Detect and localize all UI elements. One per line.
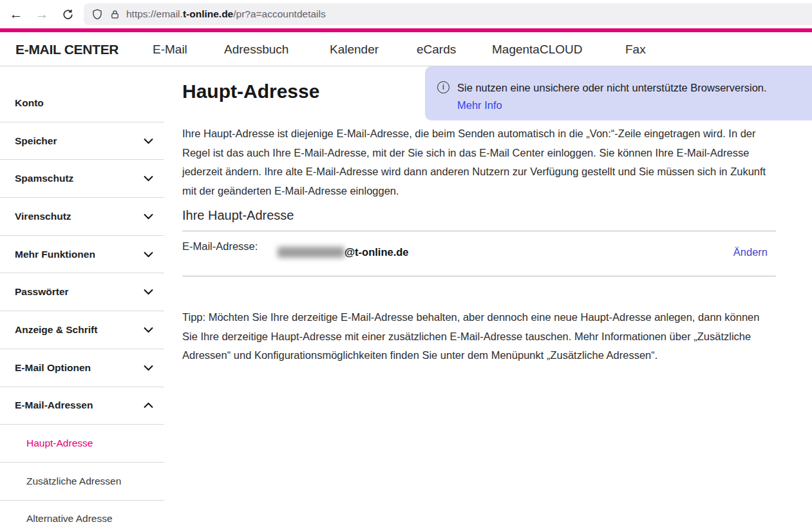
banner-text: Sie nutzen eine unsichere oder nicht unt…: [457, 79, 767, 114]
sidebar-item-email-optionen[interactable]: E-Mail Optionen: [0, 349, 164, 387]
sidebar-item-label: Anzeige & Schrift: [15, 324, 97, 336]
nav-item-ecards[interactable]: eCards: [417, 32, 456, 66]
browser-toolbar: ← → https://email.t-online.de/pr?a=accou…: [0, 0, 812, 28]
sidebar-item-speicher[interactable]: Speicher: [0, 122, 164, 160]
sidebar-item-anzeige-schrift[interactable]: Anzeige & Schrift: [0, 311, 164, 349]
sidebar-item-spamschutz[interactable]: Spamschutz: [0, 160, 164, 198]
nav-item-email[interactable]: E-Mail: [153, 32, 187, 66]
page-title: Haupt-Adresse: [182, 81, 319, 102]
nav-item-kalender[interactable]: Kalender: [330, 32, 379, 66]
forward-icon[interactable]: →: [33, 0, 50, 28]
change-email-link[interactable]: Ändern: [733, 246, 768, 258]
intro-paragraph: Ihre Haupt-Adresse ist diejenige E-Mail-…: [182, 124, 776, 200]
lock-icon: [110, 8, 120, 21]
chevron-down-icon: [144, 365, 153, 370]
sidebar-subitem-label: Haupt-Adresse: [26, 438, 93, 449]
divider: [182, 276, 776, 276]
sidebar-item-passwoerter[interactable]: Passwörter: [0, 273, 164, 311]
shield-icon: [91, 8, 103, 21]
sidebar-subitem-zusaetzliche-adressen[interactable]: Zusätzliche Adressen: [0, 463, 164, 501]
sidebar-item-label: Konto: [15, 97, 44, 109]
browser-warning-banner: i Sie nutzen eine unsichere oder nicht u…: [425, 66, 812, 120]
email-address-row: E-Mail-Adresse: @t-online.de Ändern: [182, 231, 776, 276]
banner-message: Sie nutzen eine unsichere oder nicht unt…: [457, 82, 767, 93]
sidebar-subitem-label: Zusätzliche Adressen: [26, 476, 121, 487]
app-title: E-MAIL CENTER: [15, 32, 118, 66]
chevron-down-icon: [144, 213, 153, 219]
chevron-up-icon: [144, 403, 153, 409]
chevron-down-icon: [144, 327, 153, 332]
email-domain: @t-online.de: [345, 246, 409, 258]
sidebar-subitem-alternative-adresse[interactable]: Alternative Adresse: [0, 501, 164, 529]
url-text: https://email.t-online.de/pr?a=accountde…: [126, 8, 326, 20]
chevron-down-icon: [144, 251, 153, 257]
info-icon: i: [437, 81, 449, 93]
section-title: Ihre Haupt-Adresse: [182, 208, 294, 223]
nav-item-fax[interactable]: Fax: [625, 32, 646, 66]
sidebar-item-virenschutz[interactable]: Virenschutz: [0, 198, 164, 236]
sidebar-subitem-haupt-adresse[interactable]: Haupt-Adresse: [0, 425, 164, 463]
reload-icon[interactable]: [59, 0, 76, 28]
chevron-down-icon: [144, 138, 153, 144]
sidebar-item-label: E-Mail Optionen: [15, 362, 91, 374]
nav-item-adressbuch[interactable]: Adressbuch: [224, 32, 288, 66]
more-info-link[interactable]: Mehr Info: [457, 97, 502, 114]
address-bar[interactable]: https://email.t-online.de/pr?a=accountde…: [84, 3, 812, 25]
sidebar-item-label: Speicher: [15, 135, 57, 147]
chevron-down-icon: [144, 289, 153, 295]
sidebar-subitem-label: Alternative Adresse: [26, 513, 113, 524]
settings-sidebar: Konto Speicher Spamschutz Virenschutz Me…: [0, 66, 164, 529]
sidebar-item-label: Spamschutz: [15, 173, 73, 184]
redacted-email-local-part: [278, 247, 345, 258]
chevron-down-icon: [144, 176, 153, 182]
tip-paragraph: Tipp: Möchten Sie Ihre derzeitige E-Mail…: [182, 308, 776, 365]
sidebar-item-label: Mehr Funktionen: [15, 249, 95, 260]
back-icon[interactable]: ←: [8, 0, 24, 28]
sidebar-item-mehr-funktionen[interactable]: Mehr Funktionen: [0, 236, 164, 274]
nav-item-magentacloud[interactable]: MagentaCLOUD: [492, 32, 582, 66]
sidebar-item-label: Passwörter: [15, 286, 69, 298]
app-navigation: E-MAIL CENTER E-Mail Adressbuch Kalender…: [0, 32, 812, 66]
sidebar-item-label: Virenschutz: [15, 211, 71, 222]
sidebar-item-konto[interactable]: Konto: [0, 84, 164, 122]
email-address-label: E-Mail-Adresse:: [182, 240, 258, 253]
sidebar-item-email-adressen[interactable]: E-Mail-Adressen: [0, 387, 164, 425]
sidebar-item-label: E-Mail-Adressen: [15, 399, 93, 411]
